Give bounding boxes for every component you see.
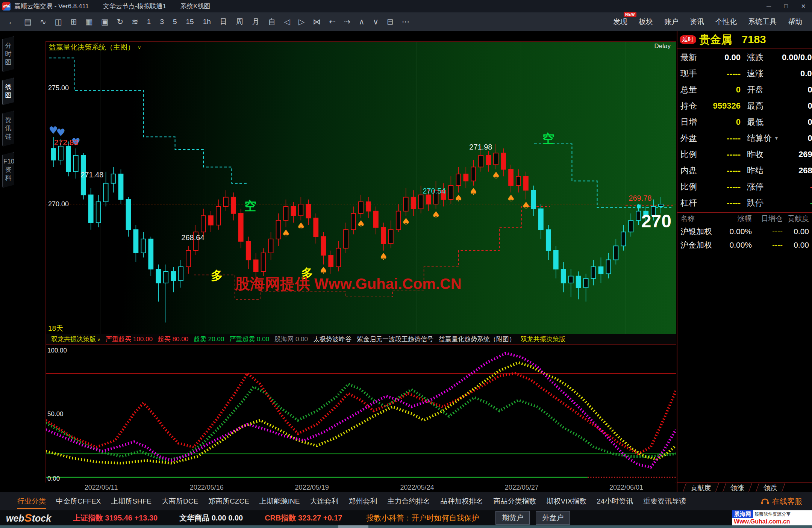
menu-账户[interactable]: 账户 — [664, 17, 679, 27]
date-label: 2022/05/19 — [295, 484, 329, 492]
multi-panel-icon[interactable]: ⊟ — [383, 17, 398, 26]
account-button-外盘户[interactable]: 外盘户 — [536, 511, 570, 525]
quote-value: 0.00 — [782, 98, 812, 114]
sub-indicator-item[interactable]: 严重超卖 0.00 — [229, 335, 269, 343]
sidebar-tab-K线图[interactable]: 线图 — [2, 77, 14, 105]
period-1h-button[interactable]: 1h — [198, 18, 215, 26]
contrib-header: 涨幅 — [723, 214, 756, 224]
contrib-row[interactable]: 沪金加权0.00%----0.00 — [677, 238, 812, 252]
sub-indicator-item[interactable]: 紫金启元一波段王趋势信号 — [357, 335, 433, 343]
spade-marker-icon: ♠ — [454, 193, 462, 204]
quote-board-icon[interactable]: ▤ — [20, 17, 36, 26]
page-prev-icon[interactable]: ⇠ — [325, 17, 340, 26]
candlestick-chart-icon[interactable]: ◫ — [50, 17, 66, 26]
market-tab-主力合约排名[interactable]: 主力合约排名 — [388, 493, 430, 509]
sub-indicator-item[interactable]: 股海网 0.00 — [274, 335, 308, 343]
contrib-header: 贡献度 — [786, 214, 812, 224]
sub-indicator-item[interactable]: 太极势波峰谷 — [313, 335, 351, 343]
contrib-row[interactable]: 沪银加权0.00%----0.00 — [677, 225, 812, 238]
refresh-icon[interactable]: ↻ — [113, 17, 128, 26]
market-tab-大连套利[interactable]: 大连套利 — [310, 493, 339, 509]
minimize-button[interactable]: ─ — [760, 0, 777, 12]
candle-body — [179, 267, 183, 281]
settle-caret-icon[interactable]: ▼ — [774, 135, 779, 141]
indicator-edit-icon[interactable]: ⊞ — [66, 17, 81, 26]
price-axis-label: 270.00 — [48, 200, 69, 208]
menu-发现[interactable]: 发现NEW — [613, 17, 627, 27]
spade-marker-icon: ♠ — [522, 200, 530, 211]
menu-资讯[interactable]: 资讯 — [690, 17, 704, 27]
taskbar-thumb — [338, 525, 368, 528]
sidebar-tab-分时图[interactable]: 分时图 — [2, 36, 14, 72]
candle-body — [554, 251, 558, 269]
compress-icon[interactable]: ⋈ — [309, 17, 325, 26]
market-tab-行业分类[interactable]: 行业分类 — [17, 493, 46, 509]
market-tab-期权VIX指数[interactable]: 期权VIX指数 — [547, 493, 587, 509]
sub-indicator-item[interactable]: 益赢量化趋势系统（附图） — [439, 335, 515, 343]
chevron-down-icon[interactable]: ∨ — [96, 337, 100, 342]
sub-indicator-item[interactable]: 严重超买 100.00 — [106, 335, 153, 343]
market-tab-上期能源INE[interactable]: 上期能源INE — [259, 493, 300, 509]
flip-left-icon[interactable]: ◁ — [280, 17, 294, 26]
more-icon[interactable]: ⋯ — [398, 17, 414, 26]
sub-indicator-item[interactable]: 双龙共振决策版 ∨ — [51, 335, 100, 343]
contrib-header: 日增仓 — [756, 214, 786, 224]
zoom-in-icon[interactable]: ∨ — [369, 17, 383, 26]
market-tab-郑商所CZCE[interactable]: 郑商所CZCE — [208, 493, 249, 509]
quote-value: 0.00 — [782, 82, 812, 98]
period-5-button[interactable]: 5 — [168, 18, 182, 26]
menu-系统工具[interactable]: 系统工具 — [748, 17, 777, 27]
market-tab-上期所SHFE[interactable]: 上期所SHFE — [111, 493, 151, 509]
main-chart-plot[interactable]: ♥♥♥♠♠♠♠♠♠♠♠♠♠♠♠272.83271.48268.64空多多270.… — [45, 41, 676, 334]
period-15-button[interactable]: 15 — [182, 18, 198, 26]
market-tab-24小时资讯[interactable]: 24小时资讯 — [597, 493, 633, 509]
period-日-button[interactable]: 日 — [215, 17, 232, 27]
sidebar-tab-char: 时 — [3, 50, 13, 58]
menu-板块[interactable]: 板块 — [639, 17, 653, 27]
online-service[interactable]: 在线客服 — [761, 496, 812, 507]
line-chart-icon[interactable]: ∿ — [36, 17, 51, 26]
quote-header: 延时 贵金属 7183 — [677, 31, 812, 48]
market-tab-大商所DCE[interactable]: 大商所DCE — [162, 493, 198, 509]
candle-body — [74, 156, 78, 172]
contrib-tab-领跌[interactable]: 领跌 — [755, 483, 785, 493]
contrib-tab-领涨[interactable]: 领涨 — [722, 483, 752, 493]
sub-chart-plot[interactable]: 100.0050.000.00 — [45, 344, 676, 483]
period-1-button[interactable]: 1 — [142, 18, 156, 26]
market-tab-重要资讯导读[interactable]: 重要资讯导读 — [643, 493, 686, 509]
period-自-button[interactable]: 自 — [264, 17, 280, 27]
chart-grid-icon[interactable]: ▦ — [81, 17, 97, 26]
period-周-button[interactable]: 周 — [232, 17, 248, 27]
account-button-期货户[interactable]: 期货户 — [495, 511, 530, 525]
sidebar-tab-F10资料[interactable]: F10资料 — [2, 152, 14, 188]
menu-个性化[interactable]: 个性化 — [715, 17, 737, 27]
quote-value: ----- — [710, 162, 743, 179]
save-icon[interactable]: ▣ — [97, 17, 113, 26]
contrib-tab-贡献度[interactable]: 贡献度 — [682, 483, 719, 493]
market-tab-商品分类指数[interactable]: 商品分类指数 — [494, 493, 536, 509]
market-tab-郑州套利[interactable]: 郑州套利 — [349, 493, 377, 509]
spade-marker-icon: ♠ — [319, 265, 327, 276]
chart-area: ♥♥♥♠♠♠♠♠♠♠♠♠♠♠♠272.83271.48268.64空多多270.… — [16, 31, 677, 492]
chevron-down-icon[interactable]: ∨ — [138, 45, 141, 50]
period-月-button[interactable]: 月 — [248, 17, 264, 27]
sub-indicator-item[interactable]: 超卖 20.00 — [194, 335, 224, 343]
cloud-node-label: 文华云节点-模拟联通1 — [103, 2, 166, 11]
flip-right-icon[interactable]: ▷ — [294, 17, 309, 26]
sub-indicator-item[interactable]: 超买 80.00 — [158, 335, 188, 343]
sidebar-tab-资讯链[interactable]: 资讯链 — [2, 110, 14, 147]
maximize-button[interactable]: □ — [777, 0, 795, 12]
zoom-out-icon[interactable]: ∧ — [354, 17, 368, 26]
page-next-icon[interactable]: ⇢ — [340, 17, 355, 26]
period-3-button[interactable]: 3 — [155, 18, 168, 26]
market-tab-中金所CFFEX[interactable]: 中金所CFFEX — [56, 493, 101, 509]
overlay-icon[interactable]: ≋ — [127, 17, 142, 26]
sub-indicator-item[interactable]: 双龙共振决策版 — [521, 335, 565, 343]
news-ticker[interactable]: 投教小科普：开户时如何自我保护 — [366, 513, 479, 523]
market-tab-品种加权排名[interactable]: 品种加权排名 — [441, 493, 483, 509]
close-button[interactable]: × — [795, 0, 812, 12]
candle-body — [89, 195, 93, 223]
main-indicator-title[interactable]: 益赢量化决策系统（主图） ∨ — [49, 42, 141, 52]
back-icon[interactable]: ← — [4, 17, 20, 26]
menu-帮助[interactable]: 帮助 — [788, 17, 802, 27]
